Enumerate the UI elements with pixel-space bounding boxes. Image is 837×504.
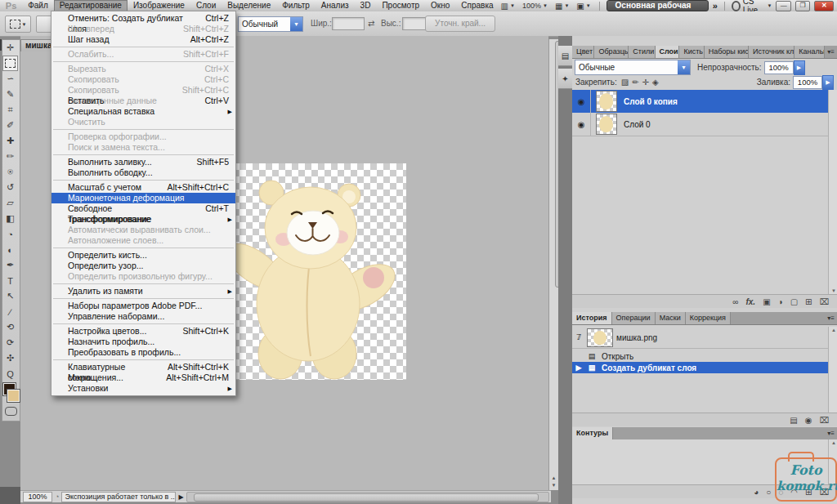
layer-thumbnail[interactable] [596, 91, 617, 112]
view-extras-button[interactable]: ▥▼ [499, 2, 517, 11]
canvas-vertical-scrollbar[interactable]: ▲ ▼ [548, 39, 558, 490]
fill-spinner[interactable]: 100%▶ [793, 77, 834, 88]
hand-tool[interactable]: ✣ [2, 350, 18, 366]
tab-paths[interactable]: Контуры [572, 427, 613, 439]
menu-file[interactable]: Файл [22, 0, 54, 11]
zoom-tool[interactable]: Q [2, 366, 18, 381]
menu-item-assign-profile[interactable]: Назначить профиль... [51, 337, 235, 347]
visibility-eye-icon[interactable]: ◉ [572, 90, 591, 113]
stroke-path-icon[interactable]: ○ [766, 488, 771, 497]
clone-stamp-tool[interactable]: ⍟ [2, 164, 18, 180]
tab-channels[interactable]: Каналы [794, 46, 825, 58]
menu-item-menus[interactable]: Меню...Alt+Shift+Ctrl+M [51, 372, 235, 383]
crop-tool[interactable]: ⌗ [2, 102, 18, 118]
link-layers-icon[interactable]: ∞ [732, 297, 738, 306]
tab-color[interactable]: Цвет [572, 46, 594, 58]
workspace-overflow-button[interactable]: » [713, 1, 718, 11]
menu-item-stroke[interactable]: Выполнить обводку... [51, 167, 235, 178]
layer-style-fx-icon[interactable]: fx. [745, 297, 755, 306]
minimize-button[interactable]: — [776, 1, 791, 11]
eyedropper-tool[interactable]: ✐ [2, 118, 18, 133]
menu-item-color-settings[interactable]: Настройка цветов...Shift+Ctrl+K [51, 326, 235, 337]
spot-healing-brush-tool[interactable]: ✚ [2, 133, 18, 149]
menu-item-fill[interactable]: Выполнить заливку...Shift+F5 [51, 157, 235, 167]
arrange-documents-button[interactable]: ▦▼ [553, 2, 571, 11]
tab-brush-presets[interactable]: Наборы кист [705, 46, 749, 58]
menu-item-preset-manager[interactable]: Управление наборами... [51, 311, 235, 322]
status-menu-arrow-icon[interactable]: ▶ [178, 493, 183, 501]
menu-item-convert-to-profile[interactable]: Преобразовать в профиль... [51, 347, 235, 358]
tab-swatches[interactable]: Образцы [594, 46, 629, 58]
new-document-from-state-icon[interactable]: ▤ [790, 416, 797, 425]
tab-masks[interactable]: Маски [656, 312, 686, 324]
menu-select[interactable]: Выделение [222, 0, 276, 11]
lock-pixels-icon[interactable]: ✏ [632, 78, 638, 87]
blur-tool[interactable]: ◔ [2, 226, 18, 242]
snapshot-thumbnail[interactable] [587, 328, 613, 347]
delete-layer-icon[interactable]: ⌧ [819, 297, 829, 306]
quick-selection-tool[interactable]: ✎ [2, 87, 18, 102]
lock-transparency-icon[interactable]: ▨ [621, 78, 629, 87]
brush-tool[interactable]: ✏ [2, 149, 18, 164]
menu-item-preferences[interactable]: Установки▶ [51, 383, 235, 394]
type-tool[interactable]: T [2, 273, 18, 288]
3d-rotate-tool[interactable]: ⟲ [2, 319, 18, 335]
dodge-tool[interactable]: ◐ [2, 242, 18, 257]
restore-button[interactable]: ❐ [795, 1, 811, 11]
opacity-spinner[interactable]: 100%▶ [764, 62, 805, 74]
gradient-tool[interactable]: ◧ [2, 211, 18, 226]
menu-3d[interactable]: 3D [355, 0, 377, 11]
layer-thumbnail[interactable] [596, 114, 617, 135]
lock-all-icon[interactable]: ◈ [652, 78, 659, 87]
move-tool[interactable]: ✛ [2, 40, 18, 56]
zoom-level-button[interactable]: 100%▼ [521, 2, 549, 10]
layer-row[interactable]: ◉ Слой 0 [572, 113, 837, 136]
menu-window[interactable]: Окно [425, 0, 455, 11]
lasso-tool[interactable]: ∽ [2, 71, 18, 87]
menu-item-transform[interactable]: Трансформирование▶ [51, 214, 235, 225]
menu-item-define-brush[interactable]: Определить кисть... [51, 250, 235, 261]
menu-item-paste[interactable]: ВставитьCtrl+V [51, 96, 235, 106]
menu-view[interactable]: Просмотр [376, 0, 425, 11]
close-button[interactable]: ✕ [814, 1, 834, 11]
3d-orbit-tool[interactable]: ⟳ [2, 335, 18, 350]
menu-layers[interactable]: Слои [190, 0, 222, 11]
add-layer-mask-icon[interactable]: ▣ [763, 297, 770, 306]
menu-item-step-backward[interactable]: Шаг назадAlt+Ctrl+Z [51, 34, 235, 45]
canvas-horizontal-scrollbar[interactable] [186, 492, 549, 502]
fill-path-icon[interactable]: ◕ [754, 488, 759, 497]
history-snapshot-row[interactable]: 𝟟 мишка.png [572, 327, 837, 349]
scroll-up-icon[interactable]: ▲ [549, 475, 558, 480]
adjustment-layer-icon[interactable]: ◑ [778, 297, 783, 306]
menu-item-purge[interactable]: Удалить из памяти▶ [51, 286, 235, 297]
menu-analysis[interactable]: Анализ [316, 0, 355, 11]
path-selection-tool[interactable]: ↖ [2, 288, 18, 304]
menu-help[interactable]: Справка [455, 0, 499, 11]
width-field[interactable] [332, 17, 365, 30]
swap-dimensions-icon[interactable]: ⇄ [368, 19, 374, 28]
menu-item-adobe-pdf-presets[interactable]: Наборы параметров Adobe PDF... [51, 301, 235, 311]
menu-image[interactable]: Изображение [128, 0, 190, 11]
canvas-transparency-checker[interactable] [233, 163, 406, 380]
quick-mask-button[interactable] [5, 407, 17, 416]
layers-scrollbar[interactable]: ▼ [828, 90, 837, 294]
history-row[interactable]: ▶ ▤ Создать дубликат слоя [572, 362, 837, 373]
workspace-button[interactable]: Основная рабочая среда [606, 0, 709, 11]
history-scrollbar[interactable]: ▲ [828, 327, 837, 413]
tab-actions[interactable]: Операции [612, 312, 656, 324]
panel-menu-icon[interactable]: ▾≡ [825, 312, 837, 324]
history-brush-tool[interactable]: ↺ [2, 180, 18, 195]
tab-adjustments[interactable]: Коррекция [686, 312, 731, 324]
visibility-eye-icon[interactable]: ◉ [572, 113, 591, 136]
new-group-icon[interactable]: ▢ [790, 297, 798, 306]
blend-mode-select[interactable]: Обычные▼ [575, 60, 691, 75]
collapsed-panel-icon[interactable]: ✦ [558, 69, 572, 89]
screen-mode-button[interactable]: ▣▼ [575, 2, 592, 11]
menu-item-keyboard-shortcuts[interactable]: Клавиатурные сокращения...Alt+Shift+Ctrl… [51, 362, 235, 372]
status-zoom-field[interactable]: 100% [23, 492, 52, 502]
panel-menu-icon[interactable]: ▾≡ [825, 46, 837, 58]
pen-tool[interactable]: ✒ [2, 257, 18, 273]
delete-state-icon[interactable]: ⌧ [819, 416, 829, 425]
menu-item-puppet-warp[interactable]: Марионеточная деформация [51, 193, 235, 203]
menu-item-paste-special[interactable]: Специальная вставка▶ [51, 106, 235, 117]
